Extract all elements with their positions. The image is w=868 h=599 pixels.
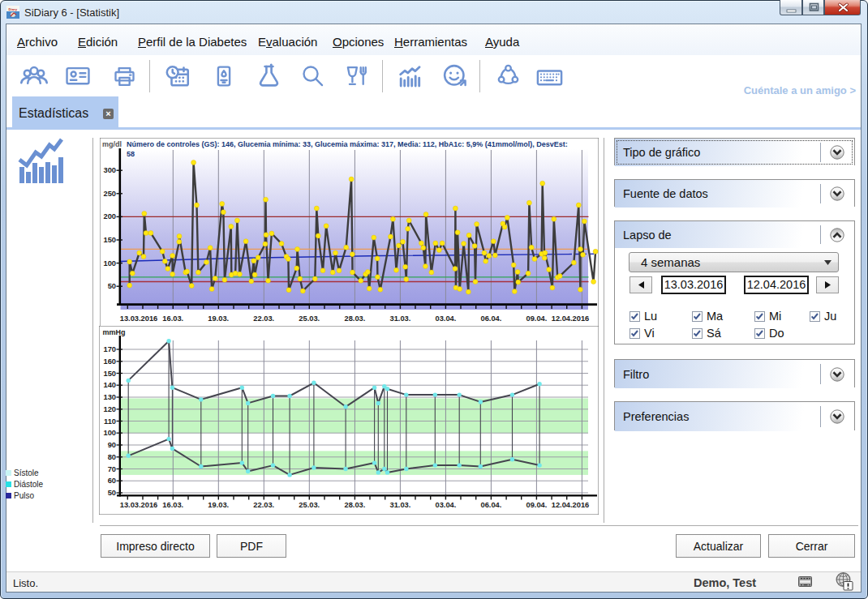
svg-text:60: 60 [108,477,116,485]
svg-text:140: 140 [103,381,116,389]
svg-text:31.03.: 31.03. [389,314,410,323]
svg-text:150: 150 [103,370,116,378]
svg-text:90: 90 [108,441,116,449]
svg-text:28.03.: 28.03. [344,501,365,509]
svg-text:50: 50 [108,282,116,290]
svg-text:03.04.: 03.04. [435,314,456,323]
svg-text:28.03.: 28.03. [344,314,365,323]
svg-text:300: 300 [103,166,116,174]
svg-text:170: 170 [103,345,116,353]
svg-text:200: 200 [103,212,116,220]
svg-text:19.03.: 19.03. [208,501,229,509]
svg-text:16.03.: 16.03. [162,314,183,323]
svg-text:13.03.2016: 13.03.2016 [120,501,158,509]
svg-text:09.04.: 09.04. [526,501,547,509]
svg-text:130: 130 [103,393,116,401]
svg-text:12.04.2016: 12.04.2016 [552,314,590,323]
svg-text:03.04.: 03.04. [435,501,456,509]
svg-text:06.04.: 06.04. [480,314,501,323]
svg-text:Número de controles (GS): 146,: Número de controles (GS): 146, Glucemia … [127,140,568,148]
svg-text:12.04.2016: 12.04.2016 [552,501,590,509]
svg-text:22.03.: 22.03. [253,501,274,509]
svg-text:250: 250 [103,190,116,198]
svg-text:16.03.: 16.03. [162,501,183,509]
svg-text:50: 50 [108,489,116,497]
svg-text:70: 70 [108,465,116,473]
svg-text:19.03.: 19.03. [208,314,229,323]
svg-text:22.03.: 22.03. [253,314,274,323]
svg-text:13.03.2016: 13.03.2016 [120,314,158,323]
svg-text:09.04.: 09.04. [526,314,547,323]
svg-text:100: 100 [103,429,116,437]
svg-text:110: 110 [104,417,116,426]
svg-text:100: 100 [103,259,116,267]
svg-text:80: 80 [108,453,116,461]
svg-text:06.04.: 06.04. [480,501,501,509]
svg-text:25.03.: 25.03. [299,501,320,509]
svg-text:25.03.: 25.03. [299,314,320,323]
svg-text:31.03.: 31.03. [389,501,410,509]
svg-text:mg/dl: mg/dl [102,140,122,148]
svg-text:58: 58 [127,150,135,158]
svg-text:mmHg: mmHg [103,328,126,336]
svg-text:150: 150 [103,236,116,244]
svg-text:120: 120 [103,405,116,413]
svg-text:Diary: Diary [9,7,18,11]
svg-text:160: 160 [103,357,116,366]
